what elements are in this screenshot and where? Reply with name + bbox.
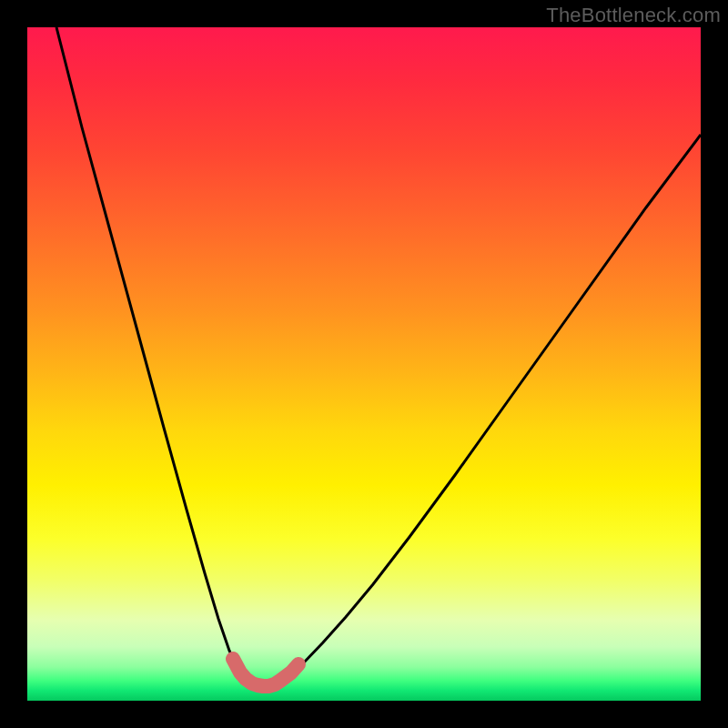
plot-area: [27, 27, 701, 701]
valley-highlight: [233, 659, 298, 686]
bottleneck-curve: [56, 27, 701, 686]
watermark-text: TheBottleneck.com: [546, 4, 721, 27]
curve-layer: [27, 27, 701, 701]
outer-frame: TheBottleneck.com: [0, 0, 728, 728]
